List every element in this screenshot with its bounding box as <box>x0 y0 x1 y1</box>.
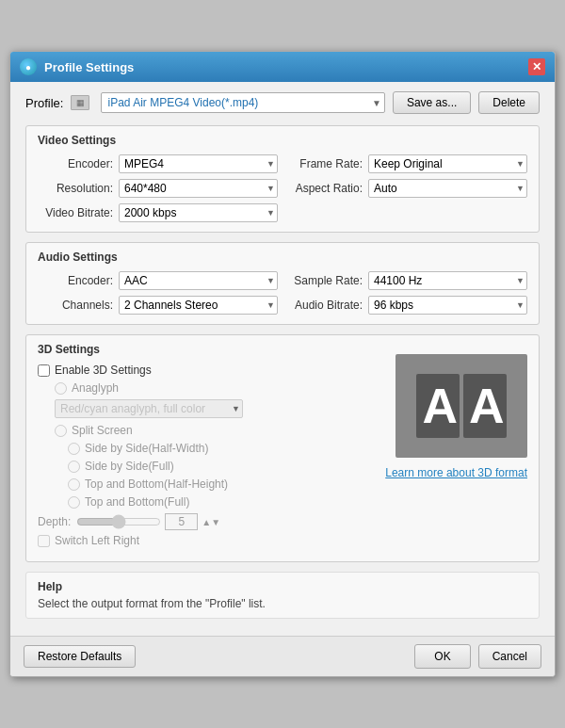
depth-slider-wrapper: ▲▼ <box>76 513 220 530</box>
aspect-ratio-row: Aspect Ratio: Auto ▼ <box>287 179 527 198</box>
depth-row: Depth: ▲▼ <box>38 513 376 530</box>
encoder-row: Encoder: MPEG4 ▼ <box>38 154 278 173</box>
footer-right-buttons: OK Cancel <box>414 644 541 669</box>
video-settings-section: Video Settings Encoder: MPEG4 ▼ Frame Ra… <box>25 125 540 233</box>
dialog-body: Profile: ▦ iPad Air MPEG4 Video(*.mp4) ▼… <box>10 82 555 636</box>
profile-icon: ▦ <box>71 95 89 110</box>
enable-3d-row: Enable 3D Settings <box>38 364 376 377</box>
frame-rate-row: Frame Rate: Keep Original ▼ <box>287 154 527 173</box>
side-full-label: Side by Side(Full) <box>85 460 174 473</box>
side-full-radio[interactable] <box>68 461 80 473</box>
split-screen-radio[interactable] <box>55 425 67 437</box>
3d-preview-box: A A <box>396 354 527 458</box>
sample-rate-select[interactable]: 44100 Hz <box>368 271 527 290</box>
audio-settings-section: Audio Settings Encoder: AAC ▼ Sample Rat… <box>25 242 540 325</box>
video-bitrate-label: Video Bitrate: <box>38 206 113 219</box>
preview-aa-text: A A <box>416 374 506 438</box>
enable-3d-checkbox[interactable] <box>38 364 50 377</box>
switch-lr-label: Switch Left Right <box>55 534 139 547</box>
help-text: Select the output format from the "Profi… <box>38 597 527 610</box>
3d-settings-left: Enable 3D Settings Anaglyph Red/cyan ana… <box>38 364 376 552</box>
preview-area: A A Learn more about 3D format <box>385 364 527 552</box>
learn-more-link[interactable]: Learn more about 3D format <box>385 466 527 479</box>
channels-select-wrapper: 2 Channels Stereo ▼ <box>119 296 278 315</box>
anaglyph-label: Anaglyph <box>72 381 119 395</box>
switch-lr-row: Switch Left Right <box>38 534 376 547</box>
top-bottom-half-radio[interactable] <box>68 478 80 491</box>
profile-select-wrapper: iPad Air MPEG4 Video(*.mp4) ▼ <box>101 92 384 113</box>
encoder-select[interactable]: MPEG4 <box>119 154 278 173</box>
footer-bar: Restore Defaults OK Cancel <box>10 636 555 676</box>
side-half-radio[interactable] <box>68 443 80 455</box>
audio-bitrate-select[interactable]: 96 kbps <box>368 296 527 315</box>
3d-settings-content: Enable 3D Settings Anaglyph Red/cyan ana… <box>38 364 527 552</box>
sample-rate-row: Sample Rate: 44100 Hz ▼ <box>287 271 527 290</box>
profile-settings-dialog: ● Profile Settings ✕ Profile: ▦ iPad Air… <box>9 51 556 677</box>
channels-select[interactable]: 2 Channels Stereo <box>119 296 278 315</box>
audio-settings-grid: Encoder: AAC ▼ Sample Rate: 44100 Hz <box>38 271 527 315</box>
ok-button[interactable]: OK <box>414 644 470 669</box>
help-title: Help <box>38 580 527 593</box>
anaglyph-row: Anaglyph <box>38 381 376 395</box>
sample-rate-label: Sample Rate: <box>287 274 363 287</box>
channels-label: Channels: <box>38 299 113 312</box>
frame-rate-select-wrapper: Keep Original ▼ <box>368 154 527 173</box>
video-settings-grid: Encoder: MPEG4 ▼ Frame Rate: Keep Origin… <box>38 154 527 222</box>
help-section: Help Select the output format from the "… <box>25 572 540 619</box>
audio-bitrate-select-wrapper: 96 kbps ▼ <box>368 296 527 315</box>
video-bitrate-select-wrapper: 2000 kbps ▼ <box>119 203 278 222</box>
anaglyph-radio[interactable] <box>55 382 67 395</box>
sample-rate-select-wrapper: 44100 Hz ▼ <box>368 271 527 290</box>
depth-spinner-arrows-icon: ▲▼ <box>202 517 220 527</box>
channels-row: Channels: 2 Channels Stereo ▼ <box>38 296 278 315</box>
top-bottom-half-label: Top and Bottom(Half-Height) <box>85 477 228 491</box>
profile-select[interactable]: iPad Air MPEG4 Video(*.mp4) <box>101 92 384 113</box>
cancel-button[interactable]: Cancel <box>478 644 541 669</box>
aspect-ratio-label: Aspect Ratio: <box>287 182 363 195</box>
anaglyph-option-row: Red/cyan anaglyph, full color ▼ <box>38 399 376 418</box>
depth-input[interactable] <box>165 513 198 530</box>
anaglyph-select[interactable]: Red/cyan anaglyph, full color <box>55 399 243 418</box>
resolution-label: Resolution: <box>38 182 113 195</box>
top-bottom-full-radio[interactable] <box>68 496 80 509</box>
side-half-label: Side by Side(Half-Width) <box>85 442 208 455</box>
audio-encoder-label: Encoder: <box>38 274 113 287</box>
learn-more-row: Learn more about 3D format <box>385 465 527 479</box>
video-bitrate-select[interactable]: 2000 kbps <box>119 203 278 222</box>
close-button[interactable]: ✕ <box>528 58 545 75</box>
frame-rate-label: Frame Rate: <box>287 157 363 170</box>
video-settings-title: Video Settings <box>38 134 527 147</box>
switch-lr-checkbox[interactable] <box>38 535 50 547</box>
anaglyph-select-wrapper: Red/cyan anaglyph, full color ▼ <box>55 399 243 418</box>
save-as-button[interactable]: Save as... <box>393 91 471 114</box>
preview-a1: A <box>416 374 460 438</box>
side-full-row: Side by Side(Full) <box>38 460 376 473</box>
frame-rate-select[interactable]: Keep Original <box>368 154 527 173</box>
video-bitrate-row: Video Bitrate: 2000 kbps ▼ <box>38 203 278 222</box>
top-bottom-half-row: Top and Bottom(Half-Height) <box>38 477 376 491</box>
delete-button[interactable]: Delete <box>478 91 540 114</box>
split-screen-label: Split Screen <box>72 424 133 437</box>
top-bottom-full-row: Top and Bottom(Full) <box>38 495 376 509</box>
audio-encoder-row: Encoder: AAC ▼ <box>38 271 278 290</box>
aspect-ratio-select[interactable]: Auto <box>368 179 527 198</box>
profile-row: Profile: ▦ iPad Air MPEG4 Video(*.mp4) ▼… <box>25 91 540 114</box>
split-screen-row: Split Screen <box>38 424 376 437</box>
resolution-select[interactable]: 640*480 <box>119 179 278 198</box>
preview-a2: A <box>463 374 507 438</box>
dialog-title: Profile Settings <box>44 60 528 74</box>
resolution-select-wrapper: 640*480 ▼ <box>119 179 278 198</box>
depth-slider[interactable] <box>76 515 161 528</box>
depth-label: Depth: <box>38 515 71 528</box>
enable-3d-label: Enable 3D Settings <box>55 364 152 377</box>
title-bar: ● Profile Settings ✕ <box>10 52 555 82</box>
audio-encoder-select[interactable]: AAC <box>119 271 278 290</box>
3d-settings-section: 3D Settings Enable 3D Settings Anaglyph <box>25 334 540 562</box>
aspect-ratio-select-wrapper: Auto ▼ <box>368 179 527 198</box>
restore-defaults-button[interactable]: Restore Defaults <box>24 645 136 668</box>
side-half-row: Side by Side(Half-Width) <box>38 442 376 455</box>
audio-encoder-select-wrapper: AAC ▼ <box>119 271 278 290</box>
app-icon: ● <box>20 58 37 75</box>
audio-bitrate-label: Audio Bitrate: <box>287 299 363 312</box>
audio-bitrate-row: Audio Bitrate: 96 kbps ▼ <box>287 296 527 315</box>
